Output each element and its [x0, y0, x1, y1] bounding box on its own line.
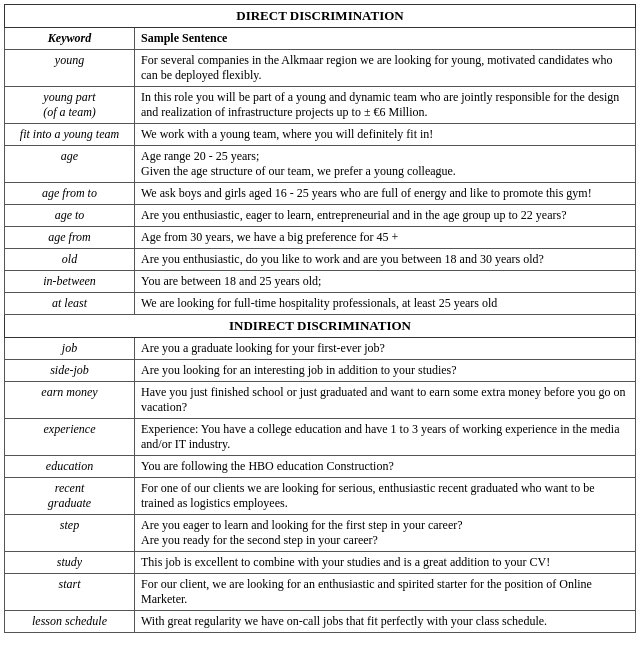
keyword-cell: experience	[5, 419, 135, 456]
sentence-cell: We are looking for full-time hospitality…	[135, 293, 636, 315]
keyword-cell: age from	[5, 227, 135, 249]
direct-row: age from toWe ask boys and girls aged 16…	[5, 183, 636, 205]
sentence-cell: Are you eager to learn and looking for t…	[135, 515, 636, 552]
indirect-row: startFor our client, we are looking for …	[5, 574, 636, 611]
sentence-cell: This job is excellent to combine with yo…	[135, 552, 636, 574]
direct-row: age toAre you enthusiastic, eager to lea…	[5, 205, 636, 227]
indirect-row: earn moneyHave you just finished school …	[5, 382, 636, 419]
direct-row: oldAre you enthusiastic, do you like to …	[5, 249, 636, 271]
keyword-cell: young	[5, 50, 135, 87]
direct-row: young part (of a team)In this role you w…	[5, 87, 636, 124]
indirect-row: recent graduateFor one of our clients we…	[5, 478, 636, 515]
indirect-row: studyThis job is excellent to combine wi…	[5, 552, 636, 574]
keyword-cell: age	[5, 146, 135, 183]
indirect-row: jobAre you a graduate looking for your f…	[5, 338, 636, 360]
direct-discrimination-header: DIRECT DISCRIMINATION	[5, 5, 636, 28]
keyword-cell: side-job	[5, 360, 135, 382]
sentence-cell: We work with a young team, where you wil…	[135, 124, 636, 146]
sentence-cell: Are you enthusiastic, do you like to wor…	[135, 249, 636, 271]
column-headers-row: Keyword Sample Sentence	[5, 28, 636, 50]
sentence-cell: You are following the HBO education Cons…	[135, 456, 636, 478]
keyword-cell: fit into a young team	[5, 124, 135, 146]
indirect-row: lesson scheduleWith great regularity we …	[5, 611, 636, 633]
direct-row: ageAge range 20 - 25 years; Given the ag…	[5, 146, 636, 183]
keyword-cell: lesson schedule	[5, 611, 135, 633]
keyword-cell: recent graduate	[5, 478, 135, 515]
keyword-cell: young part (of a team)	[5, 87, 135, 124]
indirect-row: side-jobAre you looking for an interesti…	[5, 360, 636, 382]
keyword-cell: step	[5, 515, 135, 552]
sentence-column-header: Sample Sentence	[135, 28, 636, 50]
direct-row: fit into a young teamWe work with a youn…	[5, 124, 636, 146]
indirect-rows: jobAre you a graduate looking for your f…	[5, 338, 636, 633]
sentence-cell: For several companies in the Alkmaar reg…	[135, 50, 636, 87]
keyword-cell: age from to	[5, 183, 135, 205]
sentence-cell: Are you enthusiastic, eager to learn, en…	[135, 205, 636, 227]
keyword-cell: earn money	[5, 382, 135, 419]
indirect-discrimination-header: INDIRECT DISCRIMINATION	[5, 315, 636, 338]
direct-rows: youngFor several companies in the Alkmaa…	[5, 50, 636, 315]
indirect-row: educationYou are following the HBO educa…	[5, 456, 636, 478]
sentence-cell: Age range 20 - 25 years; Given the age s…	[135, 146, 636, 183]
indirect-row: stepAre you eager to learn and looking f…	[5, 515, 636, 552]
indirect-header-cell: INDIRECT DISCRIMINATION	[5, 315, 636, 338]
sentence-cell: Age from 30 years, we have a big prefere…	[135, 227, 636, 249]
sentence-cell: Experience: You have a college education…	[135, 419, 636, 456]
sentence-cell: For one of our clients we are looking fo…	[135, 478, 636, 515]
sentence-cell: With great regularity we have on-call jo…	[135, 611, 636, 633]
direct-row: age fromAge from 30 years, we have a big…	[5, 227, 636, 249]
sentence-cell: In this role you will be part of a young…	[135, 87, 636, 124]
sentence-cell: For our client, we are looking for an en…	[135, 574, 636, 611]
direct-header-cell: DIRECT DISCRIMINATION	[5, 5, 636, 28]
keyword-cell: study	[5, 552, 135, 574]
sentence-cell: Are you looking for an interesting job i…	[135, 360, 636, 382]
keyword-cell: old	[5, 249, 135, 271]
indirect-row: experienceExperience: You have a college…	[5, 419, 636, 456]
keyword-cell: job	[5, 338, 135, 360]
direct-row: youngFor several companies in the Alkmaa…	[5, 50, 636, 87]
keyword-cell: start	[5, 574, 135, 611]
indirect-section: INDIRECT DISCRIMINATION	[5, 315, 636, 338]
direct-row: in-betweenYou are between 18 and 25 year…	[5, 271, 636, 293]
sentence-cell: Have you just finished school or just gr…	[135, 382, 636, 419]
keyword-cell: in-between	[5, 271, 135, 293]
sentence-cell: Are you a graduate looking for your firs…	[135, 338, 636, 360]
sentence-cell: You are between 18 and 25 years old;	[135, 271, 636, 293]
keyword-cell: education	[5, 456, 135, 478]
sentence-cell: We ask boys and girls aged 16 - 25 years…	[135, 183, 636, 205]
discrimination-table: DIRECT DISCRIMINATION Keyword Sample Sen…	[4, 4, 636, 633]
keyword-column-header: Keyword	[5, 28, 135, 50]
direct-row: at leastWe are looking for full-time hos…	[5, 293, 636, 315]
keyword-cell: age to	[5, 205, 135, 227]
keyword-cell: at least	[5, 293, 135, 315]
